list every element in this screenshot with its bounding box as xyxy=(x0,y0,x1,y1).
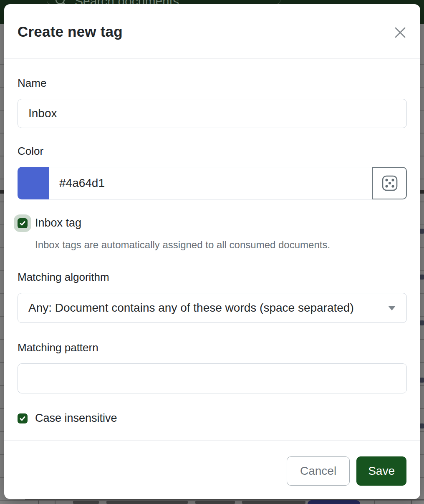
inbox-tag-checkbox[interactable] xyxy=(18,218,28,228)
check-icon xyxy=(19,415,26,422)
close-button[interactable] xyxy=(392,24,409,41)
close-icon xyxy=(393,25,408,40)
background-text-fragment xyxy=(195,501,235,504)
matching-algorithm-selected: Any: Document contains any of these word… xyxy=(28,301,354,315)
matching-pattern-input[interactable] xyxy=(18,363,407,393)
matching-pattern-label: Matching pattern xyxy=(18,341,407,354)
background-text-fragment xyxy=(73,501,99,504)
color-label: Color xyxy=(18,145,407,158)
background-text-fragment xyxy=(242,501,305,504)
check-icon xyxy=(19,220,26,227)
dialog-body: Name Color xyxy=(4,59,420,440)
background-chip xyxy=(420,275,424,280)
field-color: Color xyxy=(18,145,407,199)
field-matching-algorithm: Matching algorithm Any: Document contain… xyxy=(18,271,407,323)
cancel-button[interactable]: Cancel xyxy=(287,456,350,486)
background-chip xyxy=(420,423,424,428)
random-color-button[interactable] xyxy=(372,167,407,199)
dialog-title: Create new tag xyxy=(18,23,407,40)
field-case-insensitive: Case insensitive xyxy=(18,412,407,425)
background-row-border xyxy=(25,499,424,500)
create-tag-dialog: Create new tag Name Color xyxy=(4,4,420,499)
background-chip xyxy=(420,229,424,234)
matching-algorithm-label: Matching algorithm xyxy=(18,271,407,284)
dice-icon xyxy=(381,174,399,192)
caret-down-icon xyxy=(388,306,396,310)
background-chip xyxy=(420,378,424,383)
name-input[interactable] xyxy=(18,99,407,128)
matching-algorithm-select[interactable]: Any: Document contains any of these word… xyxy=(18,293,407,323)
color-hex-input[interactable] xyxy=(49,167,373,199)
inbox-tag-label[interactable]: Inbox tag xyxy=(35,217,81,229)
field-name: Name xyxy=(18,77,407,128)
dialog-header: Create new tag xyxy=(4,4,420,59)
name-label: Name xyxy=(18,77,407,90)
case-insensitive-label[interactable]: Case insensitive xyxy=(35,412,117,425)
case-insensitive-checkbox[interactable] xyxy=(18,413,28,423)
color-input-group xyxy=(18,167,407,199)
inbox-tag-hint: Inbox tags are automatically assigned to… xyxy=(35,239,407,251)
background-column-border xyxy=(38,499,39,504)
save-button[interactable]: Save xyxy=(356,456,406,486)
background-tag-chip xyxy=(308,500,360,504)
background-column-border xyxy=(411,499,412,504)
dialog-footer: Cancel Save xyxy=(4,440,420,499)
field-inbox-tag: Inbox tag xyxy=(18,217,407,229)
background-chip xyxy=(420,320,424,325)
background-column-border xyxy=(374,499,375,504)
color-swatch xyxy=(18,167,49,199)
field-matching-pattern: Matching pattern xyxy=(18,341,407,393)
background-column-border xyxy=(55,499,56,504)
background-text-fragment xyxy=(106,501,188,504)
search-input: Search documents xyxy=(47,0,280,4)
